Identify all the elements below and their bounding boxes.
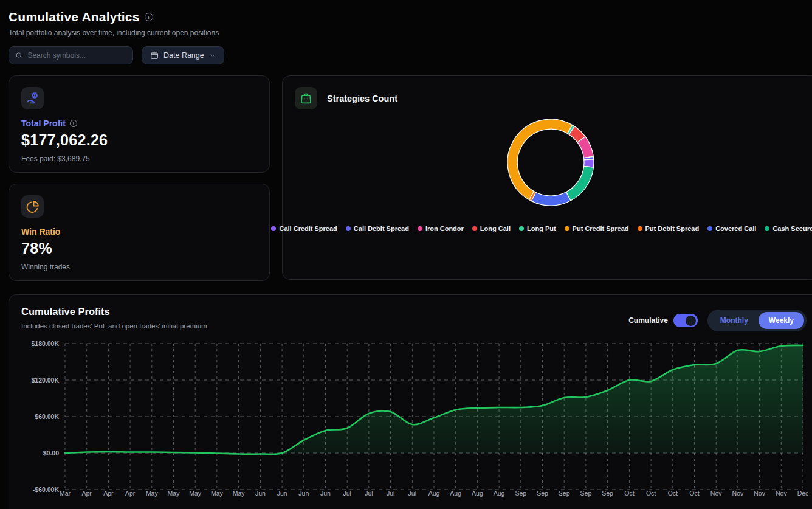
x-axis-label: Jun: [298, 490, 309, 497]
legend-label: Long Put: [527, 225, 556, 232]
donut-segment[interactable]: Covered Call: [531, 192, 570, 206]
x-axis-label: May: [211, 490, 224, 497]
cumulative-profits-card: Cumulative Profits Includes closed trade…: [9, 294, 812, 509]
x-axis-label: Oct: [624, 490, 634, 497]
x-axis-label: Sep: [537, 490, 548, 497]
legend-item[interactable]: Cash Secured Put: [765, 225, 812, 232]
stat-cards-column: Total Profit i $177,062.26 Fees paid: $3…: [9, 75, 270, 281]
total-profit-label: Total Profit: [21, 119, 66, 128]
legend-item[interactable]: Covered Call: [707, 225, 756, 232]
x-axis-label: Aug: [494, 490, 505, 497]
legend-label: Long Call: [480, 225, 511, 232]
hand-coin-icon: [26, 91, 40, 106]
date-range-button[interactable]: Date Range: [142, 46, 224, 64]
legend-item[interactable]: Call Debit Spread: [346, 225, 409, 232]
legend-label: Iron Condor: [425, 225, 464, 232]
legend-label: Covered Call: [715, 225, 756, 232]
search-icon: [15, 51, 22, 60]
x-axis-label: Aug: [472, 490, 483, 497]
x-axis-label: Mar: [60, 490, 71, 497]
legend-item[interactable]: Long Call: [472, 225, 511, 232]
calendar-icon: [150, 51, 159, 60]
strategies-donut-chart[interactable]: Long PutLong CallIron CondorCall Debit S…: [503, 114, 599, 210]
total-profit-icon-tile: [21, 87, 44, 109]
page-title: Cumulative Analytics: [9, 10, 140, 24]
legend-dot: [565, 226, 569, 231]
x-axis-label: May: [189, 490, 202, 497]
cumulative-profits-subtitle: Includes closed trades' PnL and open tra…: [21, 322, 209, 330]
x-axis-label: Jul: [343, 490, 351, 497]
x-axis-label: Oct: [646, 490, 656, 497]
legend-item[interactable]: Put Debit Spread: [638, 225, 700, 232]
cards-row: Total Profit i $177,062.26 Fees paid: $3…: [9, 75, 812, 281]
total-profit-card: Total Profit i $177,062.26 Fees paid: $3…: [9, 75, 270, 173]
legend-label: Put Debit Spread: [645, 225, 700, 232]
x-axis-label: Apr: [103, 490, 114, 497]
date-range-label: Date Range: [163, 51, 204, 60]
toolbar: Date Range: [9, 46, 812, 64]
y-axis-label: $120.00K: [31, 376, 59, 384]
legend-dot: [418, 226, 422, 231]
x-axis-label: Nov: [776, 490, 787, 497]
y-axis-label: -$60.00K: [33, 486, 60, 493]
chart-controls: Cumulative Monthly Weekly: [628, 310, 807, 331]
donut-segment[interactable]: Cash Secured Put: [566, 166, 593, 201]
y-axis-label: $60.00K: [35, 413, 59, 420]
total-profit-info-icon[interactable]: i: [70, 120, 77, 127]
cumulative-profits-title: Cumulative Profits: [21, 306, 209, 317]
legend-item[interactable]: Put Credit Spread: [565, 225, 629, 232]
page-header: Cumulative Analytics i: [9, 10, 812, 24]
x-axis-label: Jun: [277, 490, 287, 497]
win-ratio-label: Win Ratio: [21, 227, 60, 237]
legend-dot: [271, 226, 276, 231]
cumulative-profits-chart[interactable]: $180.00K$120.00K$60.00K$0.00-$60.00KMarA…: [18, 335, 809, 498]
page-info-icon[interactable]: i: [145, 13, 153, 21]
legend-item[interactable]: Iron Condor: [418, 225, 464, 232]
x-axis-label: Jul: [387, 490, 394, 497]
shopping-bag-icon: [299, 91, 313, 105]
legend-label: Put Credit Spread: [573, 225, 629, 232]
chart-heading: Cumulative Profits Includes closed trade…: [21, 306, 209, 330]
legend-dot: [638, 226, 642, 231]
cumulative-toggle[interactable]: [673, 314, 698, 327]
search-box[interactable]: [9, 46, 133, 64]
x-axis-label: Aug: [428, 490, 440, 497]
x-axis-label: Oct: [689, 490, 699, 497]
x-axis-label: Nov: [710, 490, 722, 497]
pie-chart-icon: [26, 199, 40, 214]
x-axis-label: Dec: [797, 490, 809, 497]
legend-dot: [707, 226, 712, 231]
x-axis-label: Jun: [320, 490, 331, 497]
win-ratio-card: Win Ratio 78% Winning trades: [9, 184, 270, 281]
legend-dot: [346, 226, 351, 231]
period-option-monthly[interactable]: Monthly: [710, 312, 759, 329]
legend-item[interactable]: Call Credit Spread: [271, 225, 337, 232]
x-axis-label: Apr: [82, 490, 92, 497]
x-axis-label: May: [168, 490, 181, 497]
cumulative-analytics-page: Cumulative Analytics i Total portfolio a…: [0, 0, 812, 509]
win-ratio-footnote: Winning trades: [21, 263, 257, 271]
x-axis-label: Sep: [559, 490, 570, 497]
total-profit-fees: Fees paid: $3,689.75: [21, 154, 257, 163]
x-axis-label: Sep: [602, 490, 613, 497]
donut-segment[interactable]: Put Credit Spread: [507, 119, 572, 199]
search-input[interactable]: [27, 51, 126, 60]
x-axis-label: Nov: [754, 490, 765, 497]
cumulative-toggle-label: Cumulative: [628, 316, 668, 325]
strategies-count-title: Strategies Count: [327, 94, 397, 103]
x-axis-label: May: [146, 490, 159, 497]
x-axis-label: Oct: [668, 490, 678, 497]
strategies-legend: Call Credit SpreadCall Debit SpreadIron …: [295, 225, 807, 232]
x-axis-label: Jul: [408, 490, 416, 497]
x-axis-label: Jun: [255, 490, 266, 497]
strategies-icon-tile: [295, 87, 317, 109]
toggle-thumb: [686, 316, 696, 326]
x-axis-label: May: [233, 490, 246, 497]
period-option-weekly[interactable]: Weekly: [759, 312, 804, 329]
x-axis-label: Nov: [732, 490, 744, 497]
total-profit-value: $177,062.26: [21, 131, 257, 149]
legend-label: Call Debit Spread: [354, 225, 409, 232]
legend-item[interactable]: Long Put: [519, 225, 556, 232]
win-ratio-icon-tile: [21, 195, 44, 218]
chevron-down-icon: [209, 52, 216, 59]
